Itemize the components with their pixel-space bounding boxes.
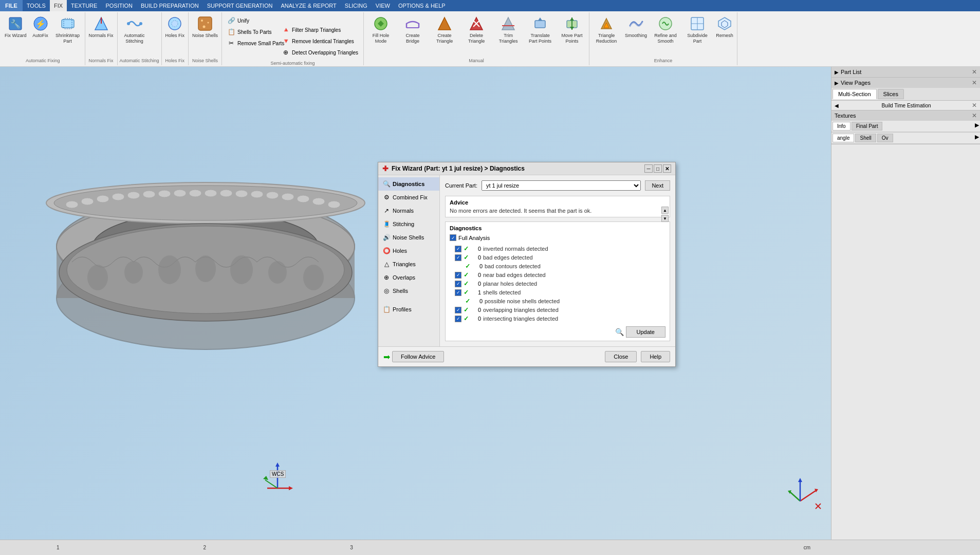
part-list-header[interactable]: ▶ Part List ✕ (831, 67, 980, 77)
normals-button[interactable]: Normals Fix (86, 13, 116, 41)
dialog-minimize-button[interactable]: ─ (644, 164, 653, 173)
filter-sharp-button[interactable]: 🔺 Filter Sharp Triangles (280, 25, 360, 35)
delete-triangle-button[interactable]: Delete Triangle (460, 13, 492, 46)
menu-view[interactable]: VIEW (372, 0, 394, 11)
shrinkwrap-button[interactable]: ShrinkWrap Part (52, 13, 84, 46)
expand-right-arrow-2[interactable]: ▶ (975, 134, 979, 142)
shells-checkbox[interactable]: ✓ (455, 289, 461, 296)
build-time-header[interactable]: ◀ Build Time Estimation ✕ (831, 101, 980, 110)
current-part-select[interactable]: yt 1 jul resize (482, 180, 641, 191)
nav-holes[interactable]: ⭕ Holes (378, 244, 439, 257)
follow-advice-button[interactable]: Follow Advice (392, 351, 444, 362)
trim-triangles-button[interactable]: Trim Triangles (492, 13, 524, 46)
create-bridge-button[interactable]: Create Bridge (397, 13, 429, 46)
scroll-up-arrow[interactable]: ▲ (661, 207, 669, 214)
nav-holes-icon: ⭕ (382, 247, 391, 255)
smoothing-button[interactable]: Smoothing (622, 13, 650, 46)
nav-triangles[interactable]: △ Triangles (378, 257, 439, 271)
view-pages-close[interactable]: ✕ (972, 79, 977, 86)
diag-row-near-bad-edges: ✓ ✓ 0 near bad edges detected (450, 271, 665, 279)
help-button[interactable]: Help (641, 351, 670, 362)
menu-analyze-report[interactable]: ANALYZE & REPORT (276, 0, 340, 11)
build-time-close[interactable]: ✕ (972, 102, 977, 109)
near-bad-edges-text: near bad edges detected (483, 272, 546, 278)
dialog-close-button[interactable]: ✕ (663, 164, 671, 173)
nav-shells[interactable]: ◎ Shells (378, 284, 439, 298)
create-triangle-button[interactable]: Create Triangle (429, 13, 460, 46)
nav-diagnostics[interactable]: 🔍 Diagnostics (378, 177, 439, 191)
detect-overlapping-button[interactable]: ⊕ Detect Overlapping Triangles (280, 47, 360, 58)
svg-rect-24 (535, 21, 545, 28)
expand-right-arrow[interactable]: ▶ (975, 122, 979, 131)
nav-overlaps-icon: ⊕ (382, 273, 391, 282)
noise-button[interactable]: Noise Shells (190, 13, 220, 41)
translate-part-button[interactable]: Translate Part Points (524, 13, 556, 46)
full-analysis-checkbox[interactable]: ✓ (450, 234, 456, 241)
svg-line-76 (265, 480, 278, 488)
subtab-final-part[interactable]: Final Part (852, 122, 883, 131)
create-bridge-icon (404, 15, 421, 32)
view-pages-header[interactable]: ▶ View Pages ✕ (831, 78, 980, 88)
remesh-label: Remesh (716, 33, 733, 39)
menu-support-generation[interactable]: SUPPORT GENERATION (203, 0, 277, 11)
dialog-main: Current Part: yt 1 jul resize Next Advic… (440, 175, 675, 346)
textures-section: Textures ✕ Info Final Part ▶ angle Shell… (831, 110, 980, 144)
auto-fixing-section-label: Automatic Fixing (2, 57, 84, 64)
dialog-restore-button[interactable]: □ (654, 164, 662, 173)
planar-holes-checkbox[interactable]: ✓ (455, 281, 461, 287)
remesh-button[interactable]: Remesh (713, 13, 736, 46)
part-list-close[interactable]: ✕ (972, 68, 977, 76)
menu-slicing[interactable]: SLICING (341, 0, 372, 11)
nav-combined-fix[interactable]: ⚙ Combined Fix (378, 191, 439, 204)
remove-identical-icon: 🔻 (282, 37, 290, 45)
fix-wizard-dialog[interactable]: ✚ Fix Wizard (Part: yt 1 jul resize) > D… (378, 162, 676, 367)
nav-overlaps[interactable]: ⊕ Overlaps (378, 271, 439, 284)
next-button[interactable]: Next (645, 180, 670, 191)
menu-build-preparation[interactable]: BUILD PREPARATION (137, 0, 203, 11)
auto-stitch-button[interactable]: Automatic Stitching (119, 13, 151, 46)
refine-smooth-button[interactable]: Refine and Smooth (650, 13, 681, 46)
textures-close[interactable]: ✕ (972, 112, 977, 119)
close-button[interactable]: Close (605, 351, 637, 362)
nav-noise-shells[interactable]: 🔊 Noise Shells (378, 231, 439, 244)
part-list-arrow: ▶ (835, 69, 839, 75)
fix-wizard-icon: 🔧 (7, 15, 24, 32)
holes-fix-button[interactable]: Holes Fix (163, 13, 188, 41)
fill-hole-button[interactable]: Fill Hole Mode (365, 13, 397, 46)
bad-edges-checkbox[interactable]: ✓ (455, 254, 461, 261)
nav-noise-shells-label: Noise Shells (393, 234, 424, 240)
menu-tools[interactable]: TOOLS (23, 0, 50, 11)
triangle-reduction-button[interactable]: Triangle Reduction (590, 13, 622, 46)
viewport[interactable]: WCS ✚ Fix Wizard (Part: yt 1 jul resize)… (0, 67, 831, 540)
svg-text:⚡: ⚡ (35, 19, 46, 29)
remove-identical-button[interactable]: 🔻 Remove Identical Triangles (280, 36, 360, 46)
update-button[interactable]: Update (626, 326, 665, 338)
menu-position[interactable]: POSITION (101, 0, 137, 11)
nav-stitching[interactable]: 🧵 Stitching (378, 217, 439, 231)
menu-options-help[interactable]: OPTIONS & HELP (394, 0, 450, 11)
intersecting-checkbox[interactable]: ✓ (455, 316, 461, 322)
nav-profiles[interactable]: 📋 Profiles (378, 303, 439, 316)
menu-file[interactable]: FILE (0, 0, 23, 11)
inverted-normals-checkbox[interactable]: ✓ (455, 246, 461, 252)
nav-triangles-label: Triangles (393, 261, 416, 267)
nav-normals[interactable]: ↗ Normals (378, 204, 439, 217)
tab-multi-section[interactable]: Multi-Section (833, 89, 877, 99)
svg-marker-18 (438, 17, 451, 30)
subdivide-part-button[interactable]: Subdivide Part (681, 13, 713, 46)
menu-texture[interactable]: TEXTURE (67, 0, 101, 11)
overlapping-checkbox[interactable]: ✓ (455, 307, 461, 313)
move-part-button[interactable]: Move Part Points (556, 13, 588, 46)
menu-fix[interactable]: FIX (50, 0, 67, 11)
triangle-reduction-label: Triangle Reduction (593, 33, 620, 44)
fix-wizard-button[interactable]: 🔧 Fix Wizard (2, 13, 29, 46)
subtab-angle[interactable]: angle (833, 134, 854, 142)
near-bad-edges-checkbox[interactable]: ✓ (455, 272, 461, 279)
tab-slices[interactable]: Slices (878, 89, 904, 99)
svg-line-78 (800, 491, 816, 501)
subtab-ov[interactable]: Ov (877, 134, 893, 142)
subtab-shell[interactable]: Shell (855, 134, 876, 142)
subtab-info[interactable]: Info (833, 122, 850, 131)
scroll-down-arrow[interactable]: ▼ (661, 215, 669, 222)
autofix-button[interactable]: ⚡ AutoFix (29, 13, 52, 46)
